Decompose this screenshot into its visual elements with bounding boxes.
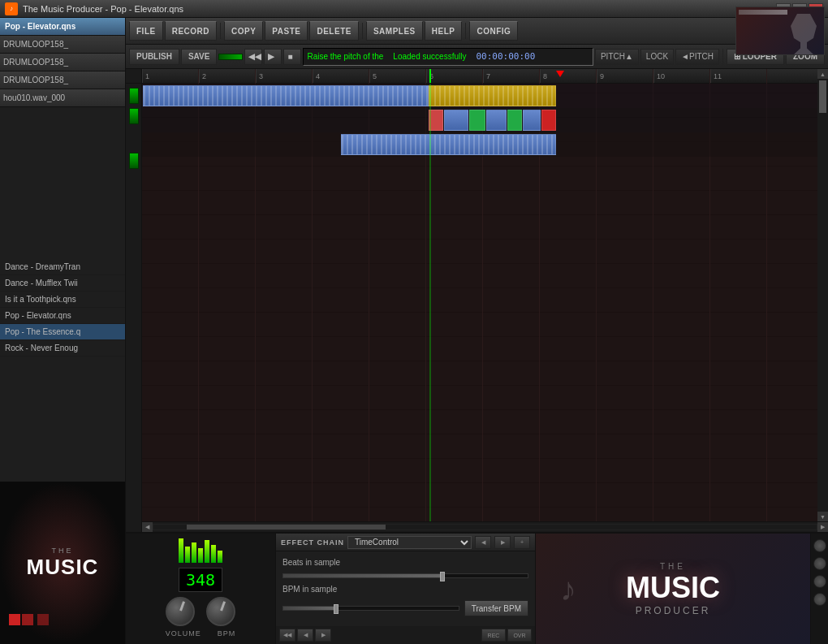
knob-row bbox=[166, 597, 235, 626]
footer-btn-3[interactable]: ▶ bbox=[315, 629, 331, 642]
clip-blue-5[interactable] bbox=[341, 134, 556, 155]
save-button[interactable]: SAVE bbox=[181, 49, 218, 65]
seq-content[interactable]: 1 2 3 4 5 6 7 8 9 10 11 bbox=[142, 69, 817, 521]
effect-btn-2[interactable]: ▶ bbox=[494, 536, 511, 549]
file-name-3: Is it a Toothpick.qns bbox=[5, 295, 76, 304]
right-ctrl-1[interactable] bbox=[813, 539, 826, 552]
file-item-5[interactable]: Pop - The Essence.q bbox=[0, 324, 125, 340]
volume-label: VOLUME bbox=[166, 629, 201, 638]
track-item-2[interactable]: DRUMLOOP158_ bbox=[0, 54, 125, 71]
track-list: DRUMLOOP158_ DRUMLOOP158_ DRUMLOOP158_ h… bbox=[0, 36, 125, 259]
bpm-slider-thumb[interactable] bbox=[334, 604, 339, 614]
eq-bar-6 bbox=[211, 545, 216, 563]
track-row-3 bbox=[142, 132, 817, 157]
clip-green-2[interactable] bbox=[507, 110, 522, 131]
volume-bpm-panel: 348 VOLUME BPM bbox=[126, 534, 276, 644]
toolbar-row1: FILE RECORD COPY PASTE DELETE SAMPLES HE… bbox=[126, 18, 828, 45]
bpm-label: BPM bbox=[218, 629, 236, 638]
footer-btn-4[interactable]: REC bbox=[481, 629, 506, 642]
eq-bar-3 bbox=[192, 542, 196, 563]
config-button[interactable]: CONFIG bbox=[469, 21, 518, 41]
beats-slider-row bbox=[282, 573, 528, 578]
bpm-slider-row: Transfer BPM bbox=[282, 600, 528, 616]
track-item-1[interactable]: DRUMLOOP158_ bbox=[0, 36, 125, 54]
bottom-logo: THE MUSIC PRODUCER bbox=[626, 562, 720, 616]
transfer-bpm-button[interactable]: Transfer BPM bbox=[464, 600, 528, 616]
beats-label: Beats in sample bbox=[282, 558, 356, 567]
track-item-3[interactable]: DRUMLOOP158_ bbox=[0, 71, 125, 89]
track-row-6 bbox=[142, 205, 817, 230]
file-item-4[interactable]: Pop - Elevator.qns bbox=[0, 308, 125, 324]
clip-blue-1[interactable] bbox=[143, 85, 429, 106]
clip-blue-4[interactable] bbox=[523, 110, 541, 131]
copy-button[interactable]: COPY bbox=[224, 21, 263, 41]
play-button[interactable]: ▶ bbox=[264, 49, 282, 65]
eq-bars bbox=[179, 538, 222, 563]
preview-silhouette bbox=[787, 14, 820, 54]
eq-bar-5 bbox=[205, 540, 209, 563]
file-name-4: Pop - Elevator.qns bbox=[5, 311, 71, 320]
beats-slider-thumb[interactable] bbox=[440, 572, 445, 581]
bpm-knob[interactable] bbox=[206, 597, 235, 626]
effect-btn-3[interactable]: + bbox=[514, 536, 530, 549]
scrollbar-vertical[interactable]: ▲ ▼ bbox=[817, 69, 828, 521]
file-name-1: Dance - DreamyTran bbox=[5, 262, 80, 271]
track-row-4 bbox=[142, 157, 817, 181]
scroll-down-arrow[interactable]: ▼ bbox=[817, 512, 828, 521]
right-ctrl-2[interactable] bbox=[813, 557, 826, 570]
logo-panel-bottom: ♪ THE MUSIC PRODUCER bbox=[536, 534, 810, 644]
delete-button[interactable]: DELETE bbox=[309, 21, 358, 41]
bpm-slider-track bbox=[282, 606, 459, 611]
footer-btn-2[interactable]: ◀ bbox=[297, 629, 313, 642]
logo-producer: PRODUCER bbox=[626, 605, 720, 616]
publish-button[interactable]: PUBLISH bbox=[129, 49, 179, 65]
track-item-4[interactable]: hou010.wav_000 bbox=[0, 89, 125, 107]
scroll-right-arrow[interactable]: ▶ bbox=[817, 522, 828, 533]
help-button[interactable]: HELP bbox=[425, 21, 463, 41]
track-name-1: DRUMLOOP158_ bbox=[3, 40, 122, 49]
effect-header: EFFECT CHAIN TimeControl ◀ ▶ + bbox=[276, 534, 535, 551]
rewind-button[interactable]: ◀◀ bbox=[244, 49, 262, 65]
track-row-15 bbox=[142, 425, 817, 449]
clip-green-1[interactable] bbox=[469, 110, 485, 131]
stop-button[interactable]: ■ bbox=[283, 49, 301, 65]
paste-button[interactable]: PASTE bbox=[265, 21, 308, 41]
file-item-3[interactable]: Is it a Toothpick.qns bbox=[0, 292, 125, 308]
vol-indicator-2 bbox=[129, 108, 139, 124]
toolbar-sep1 bbox=[220, 23, 221, 39]
file-item-1[interactable]: Dance - DreamyTran bbox=[0, 259, 125, 275]
bpm-label: BPM in sample bbox=[282, 585, 356, 594]
pitch-up-button[interactable]: PITCH▲ bbox=[595, 49, 639, 65]
effect-select[interactable]: TimeControl bbox=[347, 536, 472, 549]
clip-red-2[interactable] bbox=[541, 110, 556, 131]
clip-blue-3[interactable] bbox=[486, 110, 507, 131]
samples-button[interactable]: SAMPLES bbox=[366, 21, 423, 41]
effect-btn-1[interactable]: ◀ bbox=[475, 536, 491, 549]
footer-btn-1[interactable]: ◀◀ bbox=[279, 629, 295, 642]
scroll-left-arrow[interactable]: ◀ bbox=[142, 522, 153, 533]
file-item-6[interactable]: Rock - Never Enoug bbox=[0, 340, 125, 357]
file-button[interactable]: FILE bbox=[129, 21, 163, 41]
file-item-2[interactable]: Dance - Mufflex Twii bbox=[0, 275, 125, 292]
record-button[interactable]: RECORD bbox=[165, 21, 217, 41]
status-bar: Raise the pitch of the Loaded successful… bbox=[303, 48, 593, 66]
footer-btn-5[interactable]: OVR bbox=[507, 629, 532, 642]
track-row-7 bbox=[142, 230, 817, 254]
clip-yellow-1[interactable] bbox=[429, 85, 556, 106]
sidebar-tab: Pop - Elevator.qns bbox=[0, 18, 125, 36]
preview-box bbox=[735, 6, 825, 55]
right-ctrl-3[interactable] bbox=[813, 575, 826, 588]
beats-slider-track bbox=[282, 573, 528, 578]
pitch-down-button[interactable]: ◄PITCH bbox=[675, 49, 719, 65]
track-row-9 bbox=[142, 279, 817, 303]
scroll-up-arrow[interactable]: ▲ bbox=[817, 69, 828, 79]
scroll-thumb[interactable] bbox=[819, 80, 826, 113]
window-title: The Music Producer - Pop - Elevator.qns bbox=[23, 4, 774, 14]
scrollbar-horizontal[interactable]: ◀ ▶ bbox=[142, 521, 828, 532]
clip-blue-2[interactable] bbox=[444, 110, 468, 131]
volume-knob[interactable] bbox=[166, 597, 195, 626]
lock-button[interactable]: LOCK bbox=[640, 49, 674, 65]
right-ctrl-4[interactable] bbox=[813, 593, 826, 606]
track-name-4: hou010.wav_000 bbox=[3, 93, 122, 102]
h-scroll-thumb[interactable] bbox=[187, 525, 386, 529]
